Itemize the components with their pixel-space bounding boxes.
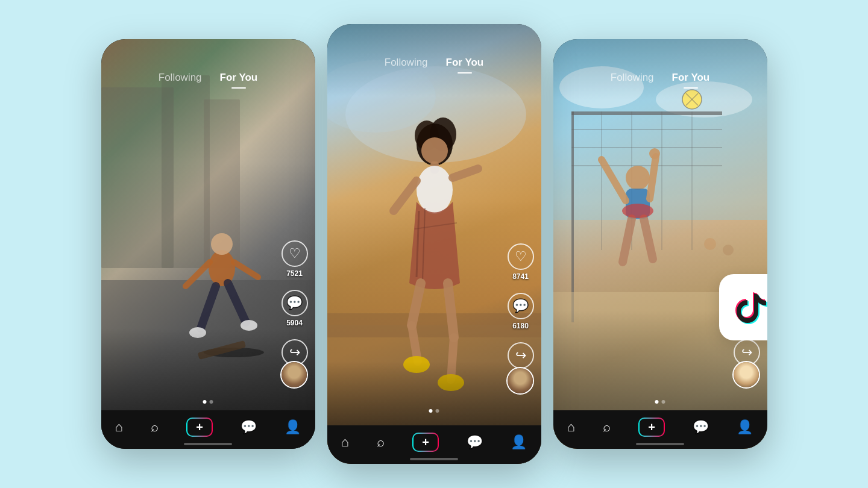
- right-actions-center: ♡ 8741 💬 6180 ↪ 5045: [508, 243, 534, 380]
- phones-container: Following For You ♡ 7521 💬 5904 ↪ 3064: [101, 24, 767, 464]
- inbox-icon-center: 💬: [467, 436, 483, 449]
- tab-for-you-right[interactable]: For You: [672, 69, 710, 86]
- share-icon-center: ↪: [508, 342, 534, 369]
- add-btn-inner-left: +: [187, 419, 212, 436]
- svg-line-59: [644, 219, 653, 259]
- scroll-dot-c1: [429, 409, 433, 413]
- heart-icon-center: ♡: [508, 243, 534, 270]
- avatar-image-left: [281, 362, 307, 387]
- like-count-center: 8741: [512, 272, 529, 281]
- tab-following-right[interactable]: Following: [611, 69, 654, 86]
- scroll-indicator-left: [203, 400, 213, 404]
- profile-icon-center: 👤: [511, 436, 527, 449]
- inbox-icon-left: 💬: [241, 421, 257, 434]
- profile-icon-right: 👤: [737, 421, 753, 434]
- scroll-dot-1: [203, 400, 207, 404]
- tab-following-center[interactable]: Following: [385, 54, 428, 71]
- add-btn-inner-center: +: [414, 434, 438, 451]
- svg-point-66: [704, 238, 716, 250]
- search-icon-right: ⌕: [603, 421, 611, 434]
- scroll-dot-r1: [655, 400, 659, 404]
- svg-rect-44: [571, 111, 574, 322]
- nav-search-right[interactable]: ⌕: [603, 421, 611, 434]
- nav-profile-left[interactable]: 👤: [285, 421, 301, 434]
- avatar-image-center: [508, 368, 533, 393]
- comment-count-left: 5904: [286, 319, 303, 327]
- nav-add-left[interactable]: +: [186, 418, 213, 437]
- tab-following-left[interactable]: Following: [159, 69, 202, 86]
- scroll-indicator-right: [655, 400, 665, 404]
- svg-rect-2: [162, 75, 210, 268]
- nav-home-center[interactable]: ⌂: [341, 436, 349, 449]
- video-avatar-left[interactable]: [280, 361, 308, 389]
- home-indicator-right: [636, 443, 684, 445]
- nav-home-right[interactable]: ⌂: [567, 421, 575, 434]
- tiktok-logo-svg: [731, 286, 767, 328]
- right-actions-left: ♡ 7521 💬 5904 ↪ 3064: [281, 240, 308, 377]
- add-btn-inner-right: +: [640, 419, 664, 436]
- add-btn-wrapper-left: +: [186, 418, 213, 437]
- profile-icon-left: 👤: [285, 421, 301, 434]
- top-nav-left: Following For You: [101, 39, 315, 92]
- svg-line-27: [394, 181, 417, 211]
- home-icon-center: ⌂: [341, 436, 349, 449]
- svg-point-53: [626, 166, 650, 190]
- phone-screen-right: Following For You ↪ 4367: [553, 39, 767, 449]
- home-indicator-left: [184, 443, 232, 445]
- phone-screen-center: Following For You ♡ 8741 💬 6180 ↪ 5045: [327, 24, 541, 464]
- phone-screen-left: Following For You ♡ 7521 💬 5904 ↪ 3064: [101, 39, 315, 449]
- svg-rect-45: [571, 111, 722, 115]
- nav-inbox-left[interactable]: 💬: [241, 421, 257, 434]
- video-avatar-right[interactable]: [732, 361, 760, 389]
- nav-inbox-right[interactable]: 💬: [693, 421, 709, 434]
- svg-point-60: [622, 204, 653, 218]
- nav-home-left[interactable]: ⌂: [115, 421, 123, 434]
- nav-add-right[interactable]: +: [638, 418, 665, 437]
- like-button-center[interactable]: ♡ 8741: [508, 243, 534, 281]
- nav-search-left[interactable]: ⌕: [151, 421, 159, 434]
- search-icon-center: ⌕: [377, 436, 385, 449]
- inbox-icon-right: 💬: [693, 421, 709, 434]
- top-nav-right: Following For You: [553, 39, 767, 92]
- video-avatar-center[interactable]: [506, 367, 534, 395]
- svg-point-26: [417, 166, 453, 214]
- scroll-indicator-center: [429, 409, 439, 413]
- home-indicator-center: [410, 458, 458, 460]
- svg-line-58: [623, 219, 632, 262]
- add-btn-wrapper-right: +: [638, 418, 665, 437]
- svg-line-34: [448, 283, 454, 337]
- comment-button-center[interactable]: 💬 6180: [508, 293, 534, 330]
- tiktok-logo-overlay: [719, 274, 767, 340]
- nav-search-center[interactable]: ⌕: [377, 436, 385, 449]
- comment-button-left[interactable]: 💬 5904: [281, 290, 308, 327]
- nav-inbox-center[interactable]: 💬: [467, 436, 483, 449]
- nav-profile-center[interactable]: 👤: [511, 436, 527, 449]
- phone-center: Following For You ♡ 8741 💬 6180 ↪ 5045: [327, 24, 541, 464]
- avatar-image-right: [734, 362, 759, 387]
- home-icon-right: ⌂: [567, 421, 575, 434]
- tab-for-you-left[interactable]: For You: [220, 69, 258, 86]
- volleyball-scene: [553, 39, 767, 449]
- phone-left: Following For You ♡ 7521 💬 5904 ↪ 3064: [101, 39, 315, 449]
- svg-line-33: [412, 325, 418, 361]
- svg-line-28: [453, 169, 478, 178]
- tab-for-you-center[interactable]: For You: [446, 54, 484, 71]
- search-icon-left: ⌕: [151, 421, 159, 434]
- top-nav-center: Following For You: [327, 24, 541, 77]
- comment-count-center: 6180: [512, 322, 529, 330]
- svg-point-57: [649, 148, 660, 159]
- phone-right: Following For You ↪ 4367: [553, 39, 767, 449]
- scroll-dot-r2: [662, 400, 665, 404]
- like-count-left: 7521: [286, 269, 303, 278]
- nav-add-center[interactable]: +: [412, 433, 439, 452]
- svg-line-12: [234, 262, 258, 277]
- like-button-left[interactable]: ♡ 7521: [281, 240, 308, 278]
- add-btn-wrapper-center: +: [412, 433, 439, 452]
- nav-profile-right[interactable]: 👤: [737, 421, 753, 434]
- home-icon-left: ⌂: [115, 421, 123, 434]
- svg-point-24: [421, 137, 448, 164]
- svg-point-8: [211, 233, 233, 255]
- heart-icon-left: ♡: [281, 240, 308, 267]
- scroll-dot-2: [210, 400, 213, 404]
- comment-icon-left: 💬: [281, 290, 308, 316]
